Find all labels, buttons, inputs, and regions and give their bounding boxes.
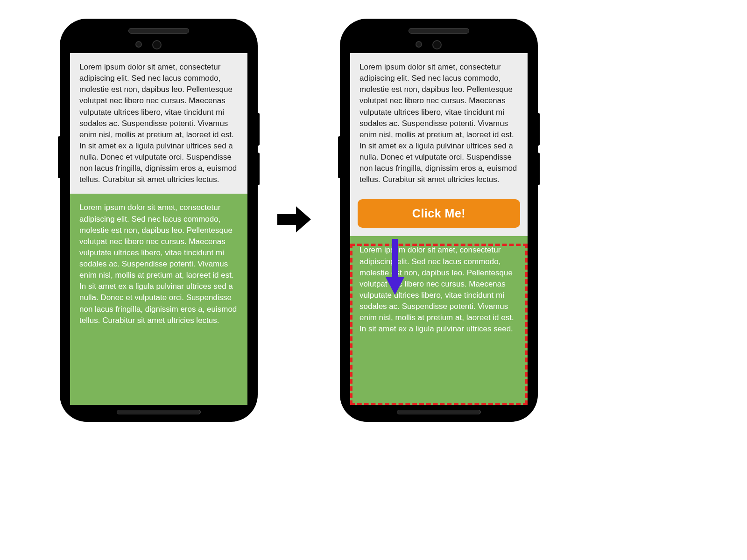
front-camera-icon bbox=[432, 40, 442, 49]
bottom-speaker-icon bbox=[397, 410, 481, 414]
earpiece-speaker-icon bbox=[409, 28, 469, 34]
phone-after: Lorem ipsum dolor sit amet, consectetur … bbox=[341, 20, 537, 421]
phone-screen-before: Lorem ipsum dolor sit amet, consectetur … bbox=[70, 53, 247, 405]
power-button bbox=[338, 136, 341, 178]
volume-up-button bbox=[537, 113, 540, 146]
svg-marker-0 bbox=[277, 206, 311, 232]
layout-shift-diagram: Lorem ipsum dolor sit amet, consectetur … bbox=[0, 0, 598, 448]
bottom-speaker-icon bbox=[117, 410, 201, 414]
sensor-icon bbox=[416, 41, 422, 48]
phone-before: Lorem ipsum dolor sit amet, consectetur … bbox=[61, 20, 257, 421]
volume-down-button bbox=[257, 153, 260, 185]
volume-down-button bbox=[537, 153, 540, 185]
text-block-bottom-green: Lorem ipsum dolor sit amet, consectetur … bbox=[350, 236, 528, 405]
text-block-bottom-green: Lorem ipsum dolor sit amet, consectetur … bbox=[70, 194, 247, 405]
sensor-icon bbox=[135, 41, 142, 48]
earpiece-speaker-icon bbox=[128, 28, 189, 34]
power-button bbox=[58, 136, 61, 178]
phone-screen-after: Lorem ipsum dolor sit amet, consectetur … bbox=[350, 53, 528, 405]
injected-button-region: Click Me! bbox=[350, 194, 528, 236]
volume-up-button bbox=[257, 113, 260, 146]
click-me-button[interactable]: Click Me! bbox=[358, 199, 520, 228]
text-block-top: Lorem ipsum dolor sit amet, consectetur … bbox=[70, 53, 247, 194]
text-block-top: Lorem ipsum dolor sit amet, consectetur … bbox=[350, 53, 528, 194]
front-camera-icon bbox=[152, 40, 162, 49]
arrow-right-icon bbox=[275, 201, 313, 238]
